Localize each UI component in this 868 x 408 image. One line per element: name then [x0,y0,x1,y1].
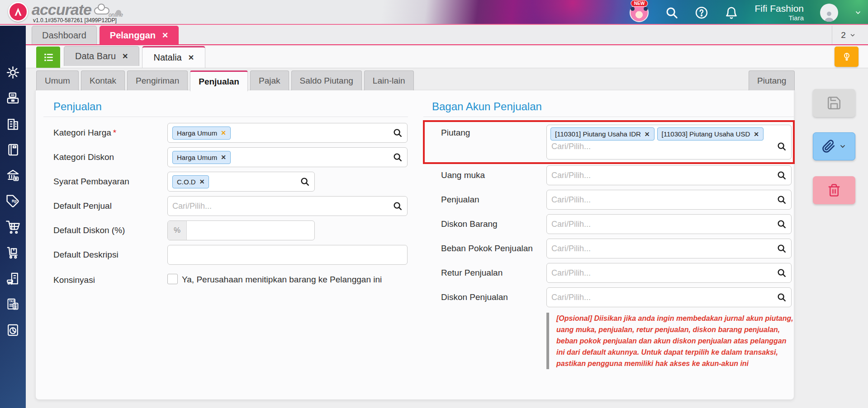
uang-muka-input[interactable] [546,165,792,185]
search-icon[interactable] [777,268,787,278]
syarat-pembayaran-text[interactable] [212,177,300,187]
chip-remove-icon[interactable]: ✕ [645,131,650,138]
subtab-data-baru-label: Data Baru [75,51,116,61]
default-penjual-text[interactable] [172,202,393,211]
list-icon [43,52,54,63]
formtab-umum[interactable]: Umum [36,70,79,90]
user-avatar[interactable] [820,4,838,22]
search-icon[interactable] [777,141,787,151]
search-icon[interactable] [777,170,787,180]
price-tag-rp-icon[interactable]: Rp [6,194,20,208]
kategori-harga-text[interactable] [233,128,393,138]
field-label-diskon-penjualan: Diskon Penjualan [441,292,508,302]
document-tab-bar: Data Baru ✕ Natalia ✕ [26,46,868,68]
formtab-label: Pengiriman [136,76,179,86]
tax-calculator-icon[interactable]: TAX [6,297,20,311]
attachment-button[interactable] [813,132,855,160]
promo-avatar[interactable]: NEW [630,3,649,22]
chip-remove-icon[interactable]: ✕ [754,131,759,138]
kategori-diskon-text[interactable] [233,153,393,162]
chip-remove-icon[interactable]: ✕ [199,178,205,185]
penjualan-input[interactable] [546,190,792,210]
shopping-cart-icon[interactable] [6,220,20,234]
search-icon[interactable] [777,292,787,302]
close-icon[interactable]: ✕ [162,31,168,40]
settings-gear-icon[interactable] [6,66,20,80]
field-label-beban-pokok-penjualan: Beban Pokok Penjualan [441,244,533,253]
formtab-label: Saldo Piutang [300,76,353,86]
cash-register-icon[interactable] [6,91,20,105]
subtab-natalia-label: Natalia [153,52,181,63]
bank-finance-icon[interactable] [6,169,20,183]
search-icon[interactable] [300,177,310,187]
kategori-harga-input[interactable]: Harga Umum ✕ [167,123,408,143]
default-diskon-input[interactable]: % [167,220,315,240]
retur-penjualan-input[interactable] [546,263,792,283]
search-icon[interactable] [777,219,787,229]
konsinyasi-checkbox[interactable] [167,274,178,284]
subtab-natalia[interactable]: Natalia ✕ [142,46,205,68]
tab-dashboard-label: Dashboard [42,30,86,41]
piutang-search-text[interactable] [551,142,777,151]
search-icon[interactable] [665,6,678,19]
tab-pelanggan[interactable]: Pelanggan ✕ [100,26,179,44]
formtab-kontak[interactable]: Kontak [81,70,125,90]
report-chart-icon[interactable] [6,323,20,337]
close-icon[interactable]: ✕ [122,52,128,61]
warehouse-vehicle-icon[interactable] [6,272,20,286]
search-icon[interactable] [393,152,403,162]
syarat-pembayaran-input[interactable]: C.O.D ✕ [167,172,315,192]
penjualan-text[interactable] [551,195,777,205]
default-diskon-text[interactable] [187,226,310,235]
default-deskripsi-text[interactable] [172,250,403,260]
user-menu[interactable]: Fifi Fashion Tiara [754,3,804,22]
tips-lightbulb-button[interactable] [835,47,859,67]
search-icon[interactable] [393,128,403,138]
list-menu-button[interactable] [36,47,60,68]
default-penjual-input[interactable] [167,196,408,216]
save-button[interactable] [813,89,855,117]
search-icon[interactable] [393,201,403,211]
subtab-data-baru[interactable]: Data Baru ✕ [64,46,139,66]
diskon-barang-input[interactable] [546,214,792,234]
formtab-label: Umum [45,76,70,86]
field-label-kategori-diskon: Kategori Diskon [53,152,114,162]
formtab-saldo-piutang[interactable]: Saldo Piutang [291,70,362,90]
right-section-title: Bagan Akun Penjualan [432,100,542,113]
notification-bell-icon[interactable] [725,6,738,19]
avatar-hair-bun [631,7,635,11]
user-name: Tiara [754,14,804,22]
uang-muka-text[interactable] [551,171,777,180]
journal-book-icon[interactable] [6,143,20,157]
tab-counter-dropdown[interactable]: 2 [832,26,864,44]
retur-penjualan-text[interactable] [551,268,777,278]
formtab-pajak[interactable]: Pajak [250,70,289,90]
help-icon[interactable] [695,6,708,19]
formtab-penjualan[interactable]: Penjualan [190,70,248,91]
search-icon[interactable] [777,244,787,253]
formtab-lain-lain[interactable]: Lain-lain [364,70,414,90]
beban-pokok-penjualan-text[interactable] [551,244,777,253]
beban-pokok-penjualan-input[interactable] [546,239,792,258]
diskon-penjualan-text[interactable] [551,293,777,302]
delete-button[interactable] [813,176,855,204]
close-icon[interactable]: ✕ [188,53,194,62]
formtab-label: Kontak [90,76,116,86]
default-deskripsi-input[interactable] [167,245,408,265]
chip-remove-icon[interactable]: ✕ [221,129,226,136]
delivery-trolley-icon[interactable] [6,246,20,260]
formtab-pengiriman[interactable]: Pengiriman [127,70,188,90]
diskon-penjualan-input[interactable] [546,287,792,307]
field-label-kategori-harga: Kategori Harga* [53,128,116,138]
app-version: v1.0.1#3570-587261 [3499P12DP] [33,17,117,23]
search-icon[interactable] [777,195,787,205]
user-chevron-down-icon[interactable] [854,9,862,16]
diskon-barang-text[interactable] [551,220,777,229]
chip-remove-icon[interactable]: ✕ [221,154,226,161]
field-label-uang-muka: Uang muka [441,170,485,180]
piutang-multiselect-input[interactable]: [110301] Piutang Usaha IDR ✕ [110303] Pi… [546,125,792,159]
kategori-diskon-input[interactable]: Harga Umum ✕ [167,147,408,167]
tab-dashboard[interactable]: Dashboard [32,26,97,44]
company-buildings-icon[interactable] [6,117,20,131]
formtab-piutang[interactable]: Piutang [749,70,795,90]
